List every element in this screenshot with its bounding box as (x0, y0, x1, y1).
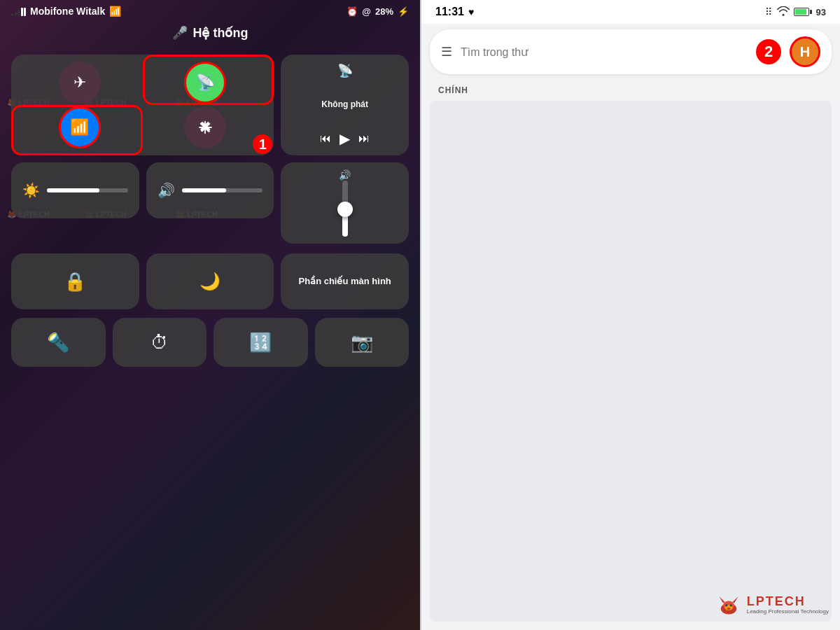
screen-lock-icon: 🔒 (64, 271, 86, 293)
volume-speaker-icon: 🔊 (339, 169, 351, 181)
volume-icon: 🔊 (158, 182, 175, 199)
lptech-text: LPTECH Leading Professional Technology (747, 595, 829, 615)
prev-button[interactable]: ⏮ (320, 132, 331, 145)
right-panel: 11:31 ♥ ⠿ 93 ☰ (420, 0, 840, 630)
screen-mirror-label: Phần chiếu màn hình (293, 276, 397, 288)
sliders-area: ☀️ 🔊 (11, 162, 274, 244)
left-panel: Mobifone Witalk 📶 ⏰ @ 28% ⚡ 🎤 Hệ thống ✈ (0, 0, 420, 630)
battery-percent: 28% (375, 6, 393, 17)
brightness-icon: ☀️ (22, 182, 40, 199)
volume-vertical-fill (342, 214, 348, 237)
cc-apps-row: 🔦 ⏱ 🔢 📷 (0, 314, 420, 371)
avatar-button[interactable]: H (790, 36, 820, 67)
right-status-bar: 11:31 ♥ ⠿ 93 (421, 0, 840, 24)
control-grid: ✈ 📡 📶 ✖ (0, 49, 420, 249)
battery-charging-icon: ⚡ (398, 6, 409, 17)
microphone-icon: 🎤 (172, 25, 188, 41)
volume-slider-block: 🔊 (146, 162, 274, 218)
title-text: Hệ thống (193, 25, 248, 41)
search-bar[interactable]: ☰ Tìm trong thư 2 H (430, 29, 832, 74)
flashlight-button[interactable]: 🔦 (11, 318, 106, 367)
lptech-fox-icon (715, 591, 743, 619)
battery-number: 93 (816, 7, 826, 18)
alarm-icon: ⏰ (346, 6, 358, 17)
volume-slider[interactable] (182, 188, 263, 192)
svg-point-7 (729, 604, 732, 606)
search-placeholder[interactable]: Tìm trong thư (461, 46, 748, 59)
airplane-btn-wrap: ✈ (18, 62, 141, 104)
volume-fill (182, 188, 227, 192)
calculator-button[interactable]: 🔢 (214, 318, 308, 367)
left-status-right: ⏰ @ 28% ⚡ (346, 6, 409, 17)
svg-point-8 (727, 608, 730, 610)
lptech-logo: LPTECH Leading Professional Technology (715, 591, 829, 619)
svg-marker-3 (732, 596, 738, 603)
time-display: 11:31 (435, 6, 464, 18)
search-number-badge: 2 (756, 39, 781, 64)
cc-title: 🎤 Hệ thống (0, 22, 420, 49)
bluetooth-button[interactable]: ✖ (184, 106, 226, 148)
airplay-icon: 📡 (337, 63, 353, 78)
airdrop-icon: @ (362, 6, 371, 17)
wifi-blue-btn-wrap: 📶 (18, 106, 141, 148)
signal-dots-icon: ⠿ (765, 6, 773, 18)
bluetooth-svg-icon (197, 120, 213, 135)
airplane-button[interactable]: ✈ (59, 62, 101, 104)
hamburger-menu-icon[interactable]: ☰ (441, 44, 452, 59)
right-time: 11:31 ♥ (435, 6, 474, 18)
media-player-block: 📡 Không phát ⏮ ▶ ⏭ (281, 55, 409, 155)
brightness-slider-block: ☀️ (11, 162, 139, 218)
wifi-status-icon (777, 6, 790, 18)
timer-button[interactable]: ⏱ (113, 318, 207, 367)
volume-knob[interactable] (337, 202, 353, 217)
left-status-bar: Mobifone Witalk 📶 ⏰ @ 28% ⚡ (0, 0, 420, 22)
flashlight-icon: 🔦 (47, 332, 69, 354)
wifi-blue-button[interactable]: 📶 (59, 106, 101, 148)
lptech-name: LPTECH (747, 595, 829, 609)
carrier-name: Mobifone Witalk (30, 6, 105, 17)
wifi-blue-icon: 📶 (70, 118, 89, 136)
night-mode-icon: 🌙 (200, 272, 220, 291)
wifi-on-button[interactable]: 📡 (184, 62, 226, 104)
bluetooth-btn-wrap: ✖ 1 (144, 106, 267, 148)
camera-button[interactable]: 📷 (315, 318, 410, 367)
section-label: CHÍNH (421, 80, 840, 98)
brightness-fill (47, 188, 99, 192)
airplane-icon: ✈ (74, 74, 86, 92)
wifi-on-btn-wrap: 📡 (144, 62, 267, 104)
right-status-icons: ⠿ 93 (765, 6, 826, 18)
volume-knob-block: 🔊 (281, 162, 409, 244)
badge-1: 1 (253, 134, 272, 154)
vertical-volume-slider[interactable] (342, 181, 348, 237)
email-content-area (430, 101, 832, 622)
avatar-letter: H (800, 44, 810, 60)
calculator-icon: 🔢 (249, 332, 272, 354)
signal-bars-icon (11, 6, 26, 16)
battery-status (794, 8, 812, 16)
media-title: Không phát (321, 99, 368, 109)
media-controls: ⏮ ▶ ⏭ (320, 130, 370, 147)
night-mode-button[interactable]: 🌙 (146, 253, 274, 309)
carrier-info: Mobifone Witalk 📶 (11, 6, 121, 17)
svg-point-6 (725, 604, 727, 606)
screen-lock-button[interactable]: 🔒 (11, 253, 139, 309)
wifi-icon: 📶 (109, 6, 121, 17)
next-button[interactable]: ⏭ (358, 132, 370, 145)
lptech-subtitle: Leading Professional Technology (747, 609, 829, 615)
timer-icon: ⏱ (150, 332, 169, 354)
wifi-on-icon: 📡 (196, 74, 215, 92)
cc-bottom-row: 🔒 🌙 Phần chiếu màn hình (0, 249, 420, 314)
play-button[interactable]: ▶ (340, 130, 350, 147)
brightness-slider[interactable] (47, 188, 128, 192)
svg-marker-2 (719, 596, 724, 603)
connectivity-block: ✈ 📡 📶 ✖ (11, 55, 274, 155)
camera-icon: 📷 (351, 332, 373, 354)
heart-icon: ♥ (468, 6, 474, 18)
screen-mirror-button[interactable]: Phần chiếu màn hình (281, 253, 409, 309)
